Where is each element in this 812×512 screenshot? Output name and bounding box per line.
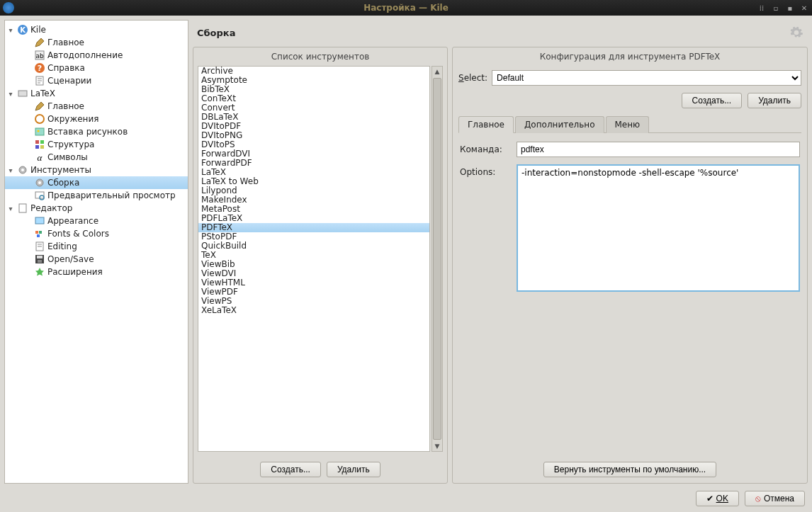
tree-item-сборка[interactable]: Сборка [5,176,188,189]
tool-item[interactable]: PDFLaTeX [198,214,429,223]
scroll-down-icon[interactable]: ▼ [434,441,441,451]
tree-item-label: Инструменты [30,165,91,175]
gear-icon [34,177,45,188]
tool-delete-button[interactable]: Удалить [327,462,380,477]
command-input[interactable] [517,142,800,157]
dialog: ▾KKileГлавноеabАвтодополнение?СправкаСце… [0,16,812,512]
tool-list-group: Список инструментов ArchiveAsymptoteBibT… [193,47,448,484]
config-tabs: Главное Дополнительно Меню [458,115,801,133]
cancel-button[interactable]: ⦸Отмена [745,491,805,506]
ext-icon [34,266,45,278]
app-icon: K [17,24,28,35]
tool-item[interactable]: XeLaTeX [198,306,429,315]
tree-item-label: Автодополнение [47,50,123,60]
tool-item[interactable]: QuickBuild [198,241,429,251]
img-icon [34,126,45,137]
tree-item-сценарии[interactable]: Сценарии [5,74,188,87]
gear-icon[interactable] [789,25,803,40]
tree-item-label: Вставка рисунков [47,127,128,137]
svg-point-8 [35,115,44,123]
tab-main[interactable]: Главное [458,116,514,133]
tree-item-label: Сценарии [47,76,91,86]
restore-defaults-button[interactable]: Вернуть инструменты по умолчанию... [543,462,716,477]
tree-item-label: LaTeX [30,89,55,98]
svg-rect-23 [35,217,44,224]
svg-text:ab: ab [35,52,44,59]
struct-icon [34,139,45,150]
tree-item-latex[interactable]: ▾LaTeX [5,87,188,100]
options-textarea[interactable]: -interaction=nonstopmode -shell-escape '… [517,164,800,292]
tree-item-label: Главное [47,101,84,111]
expander-icon[interactable]: ▾ [6,26,15,34]
tree-item-автодополнение[interactable]: abАвтодополнение [5,49,188,62]
check-icon: ✔ [706,494,714,504]
tree-item-вставка-рисунков[interactable]: Вставка рисунков [5,125,188,138]
tool-item[interactable]: ForwardPDF [198,159,429,168]
editor-icon [17,203,28,214]
scrollbar[interactable]: ▲ ▼ [432,66,443,452]
svg-text:K: K [20,26,26,34]
svg-point-19 [38,181,41,184]
svg-rect-14 [40,145,44,149]
expander-icon[interactable]: ▾ [6,90,15,98]
tool-create-button[interactable]: Создать... [260,462,321,477]
expander-icon[interactable]: ▾ [6,205,15,212]
app-icon [3,2,14,13]
tree-item-справка[interactable]: ?Справка [5,62,188,74]
select-label: Select: [458,73,487,83]
tree-item-расширения[interactable]: Расширения [5,266,188,278]
settings-tree[interactable]: ▾KKileГлавноеabАвтодополнение?СправкаСце… [4,20,188,484]
maximize-icon[interactable]: ▫ [771,3,781,13]
tool-list[interactable]: ArchiveAsymptoteBibTeXConTeXtConvertDBLa… [198,66,430,452]
tree-item-label: Fonts & Colors [47,229,109,239]
close-icon[interactable]: ✕ [799,3,809,13]
config-group: Конфигурация для инструмента PDFTeX Sele… [452,47,808,484]
tree-item-главное[interactable]: Главное [5,36,188,49]
fonts-icon [34,228,45,239]
svg-rect-25 [39,231,42,234]
tree-item-label: Окружения [47,114,98,124]
tree-item-предварительный-просмотр[interactable]: Предварительный просмотр [5,189,188,202]
titlebar: Настройка — Kile ⁞⁞ ▫ ▪ ✕ [0,0,812,16]
tree-item-editing[interactable]: Editing [5,240,188,253]
tree-item-label: Предварительный просмотр [47,190,176,200]
tree-item-редактор[interactable]: ▾Редактор [5,202,188,215]
svg-rect-24 [35,231,38,234]
config-select[interactable]: Default [492,70,801,86]
config-delete-button[interactable]: Удалить [748,93,801,108]
svg-rect-22 [19,204,26,212]
tree-item-appearance[interactable]: Appearance [5,215,188,227]
tree-item-fonts-colors[interactable]: Fonts & Colors [5,227,188,240]
expander-icon[interactable]: ▾ [6,166,15,174]
minimize-icon[interactable]: ⁞⁞ [757,3,767,13]
tree-item-label: Сборка [47,178,79,188]
edit-icon [34,241,45,252]
alpha-icon: α [34,152,45,163]
tab-advanced[interactable]: Дополнительно [515,116,604,133]
tree-item-label: Расширения [47,267,103,277]
svg-rect-29 [37,256,43,258]
auto-icon: ab [34,50,45,61]
tree-item-label: Open/Save [47,254,94,264]
restore-icon[interactable]: ▪ [785,3,795,13]
ok-button[interactable]: ✔OK [696,491,739,506]
tool-item[interactable]: Asymptote [198,76,429,85]
svg-rect-9 [35,128,44,135]
tab-menu[interactable]: Меню [606,116,650,133]
scroll-thumb[interactable] [433,78,441,440]
svg-rect-7 [18,91,27,96]
config-create-button[interactable]: Создать... [682,93,743,108]
tool-item[interactable]: ViewPDF [198,288,429,297]
tree-item-инструменты[interactable]: ▾Инструменты [5,164,188,176]
tree-item-open-save[interactable]: Open/Save [5,253,188,266]
tree-item-символы[interactable]: αСимволы [5,151,188,164]
tree-item-структура[interactable]: Структура [5,138,188,151]
help-icon: ? [34,62,45,74]
scroll-up-icon[interactable]: ▲ [434,67,441,76]
tree-item-kile[interactable]: ▾KKile [5,23,188,36]
tree-item-окружения[interactable]: Окружения [5,113,188,125]
svg-rect-30 [38,260,42,263]
tree-item-главное[interactable]: Главное [5,100,188,113]
svg-text:?: ? [38,64,42,73]
pencil-icon [34,37,45,48]
